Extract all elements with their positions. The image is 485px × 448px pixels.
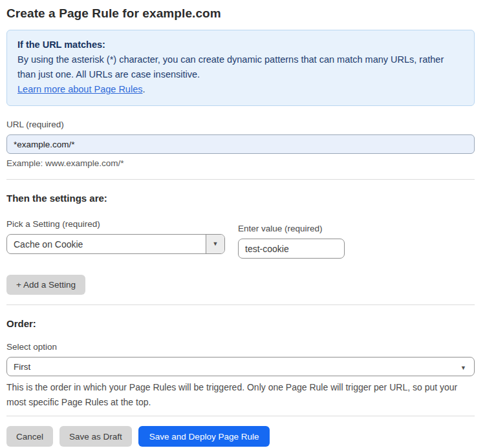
settings-section-heading: Then the settings are: [6,193,475,204]
chevron-down-icon: ▼ [453,361,474,372]
enter-value-column: Enter value (required) [238,224,345,259]
setting-select-value: Cache on Cookie [7,239,206,250]
url-field-label: URL (required) [6,120,475,129]
order-select-value: First [7,362,453,372]
info-box-link-line: Learn more about Page Rules. [17,82,464,97]
footer-buttons: Cancel Save as Draft Save and Deploy Pag… [6,426,475,447]
order-select[interactable]: First ▼ [6,357,475,376]
enter-value-label: Enter value (required) [238,224,345,233]
pick-setting-column: Pick a Setting (required) Cache on Cooki… [6,219,225,254]
divider [6,304,475,305]
chevron-down-icon: ▼ [213,241,219,247]
order-section-heading: Order: [6,318,475,329]
settings-row: Pick a Setting (required) Cache on Cooki… [6,219,475,259]
cancel-button[interactable]: Cancel [6,426,53,447]
save-and-deploy-button[interactable]: Save and Deploy Page Rule [138,426,270,447]
info-box-heading: If the URL matches: [17,37,464,52]
setting-value-input[interactable] [238,239,345,259]
pick-setting-label: Pick a Setting (required) [6,219,225,229]
page-rule-form: Create a Page Rule for example.com If th… [0,0,485,447]
info-box-body: By using the asterisk (*) character, you… [17,52,464,82]
learn-more-link[interactable]: Learn more about Page Rules [17,84,142,94]
add-setting-button[interactable]: + Add a Setting [6,275,85,295]
order-help-text: This is the order in which your Page Rul… [6,380,467,410]
page-title: Create a Page Rule for example.com [6,6,475,21]
divider [6,179,475,180]
url-match-info-box: If the URL matches: By using the asteris… [6,30,475,106]
save-as-draft-button[interactable]: Save as Draft [59,426,132,447]
setting-select-arrow-button[interactable]: ▼ [206,235,224,253]
url-input[interactable] [6,134,475,154]
url-example-text: Example: www.example.com/* [6,158,475,168]
link-suffix: . [142,84,145,94]
order-select-label: Select option [6,342,475,352]
setting-select[interactable]: Cache on Cookie ▼ [6,234,225,254]
divider [6,416,475,416]
